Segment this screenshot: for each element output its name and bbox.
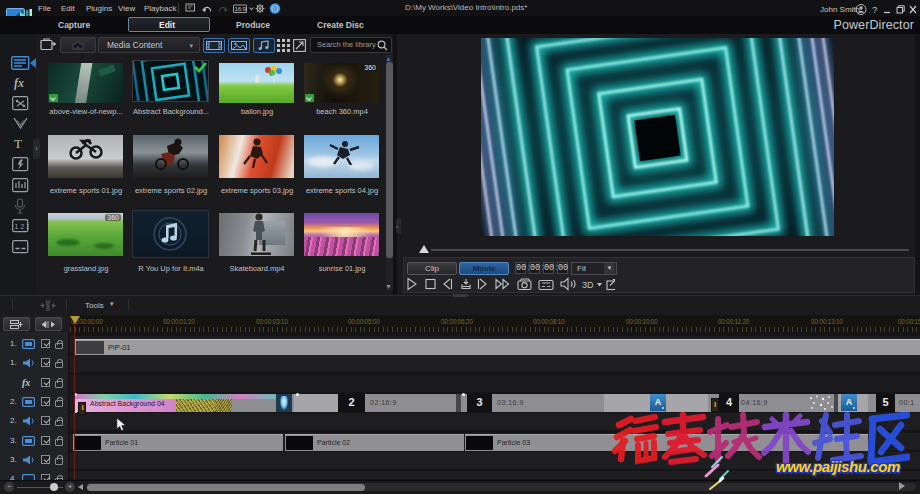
svg-text:1 2 3: 1 2 3	[15, 223, 29, 230]
svg-text:?: ?	[872, 4, 877, 15]
svg-text:16:9: 16:9	[235, 6, 246, 12]
svg-text:0: 0	[273, 5, 277, 12]
svg-text:3D: 3D	[582, 280, 594, 290]
